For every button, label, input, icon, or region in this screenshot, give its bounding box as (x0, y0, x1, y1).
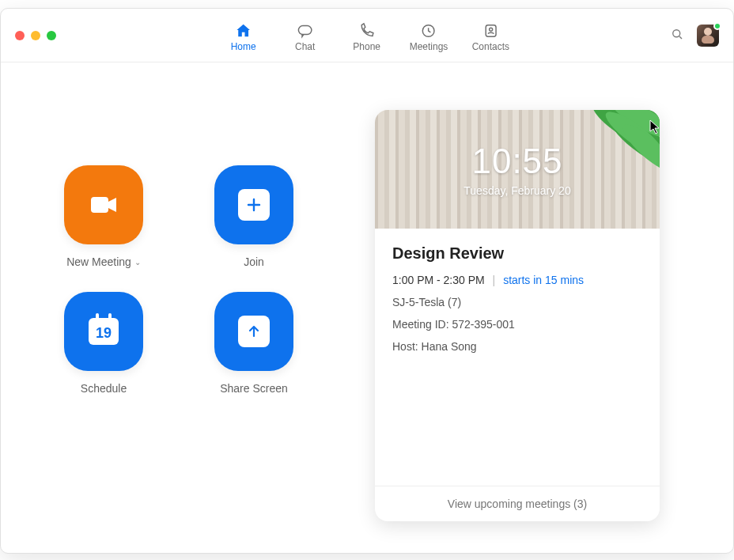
svg-point-8 (603, 110, 660, 172)
svg-point-7 (587, 110, 660, 157)
search-button[interactable] (670, 27, 684, 44)
tab-phone[interactable]: Phone (348, 19, 386, 52)
view-upcoming-button[interactable]: View upcoming meetings (3) (375, 486, 660, 521)
event-starts-in: starts in 15 mins (503, 274, 584, 286)
event-time-range: 1:00 PM - 2:30 PM (392, 274, 485, 286)
join-label: Join (244, 255, 264, 268)
titlebar-right (670, 25, 719, 47)
new-meeting-label: New Meeting (66, 255, 131, 268)
event-details: Design Review 1:00 PM - 2:30 PM | starts… (375, 229, 660, 486)
tab-meetings[interactable]: Meetings (410, 19, 448, 52)
schedule-button[interactable]: 19 (64, 292, 143, 371)
tab-home[interactable]: Home (225, 19, 263, 52)
video-camera-icon (85, 186, 123, 224)
tab-contacts-label: Contacts (472, 41, 509, 52)
view-upcoming-label: View upcoming meetings (3) (448, 498, 587, 510)
share-screen-action: Share Screen (214, 292, 293, 395)
new-meeting-button[interactable] (64, 165, 143, 244)
svg-point-10 (600, 110, 660, 162)
event-location: SJ-5-Tesla (7) (392, 296, 642, 308)
search-icon (670, 27, 684, 41)
main-content: New Meeting ⌄ Join 19 Schedule (1, 62, 733, 553)
titlebar: Home Chat Phone Meetings Contacts (1, 9, 733, 62)
svg-point-6 (595, 110, 660, 140)
home-icon (235, 22, 252, 40)
chat-icon (297, 22, 314, 40)
clock-icon (420, 22, 437, 40)
upcoming-event-card: 10:55 Tuesday, February 20 Design Review… (375, 110, 660, 521)
new-meeting-action: New Meeting ⌄ (64, 165, 143, 268)
tab-phone-label: Phone (353, 41, 380, 52)
contacts-icon (482, 22, 499, 40)
schedule-action: 19 Schedule (64, 292, 143, 395)
clock-time: 10:55 (471, 142, 562, 181)
calendar-panel: 10:55 Tuesday, February 20 Design Review… (349, 110, 686, 521)
app-window: Home Chat Phone Meetings Contacts (0, 8, 734, 554)
presence-indicator (713, 22, 721, 30)
tab-chat-label: Chat (295, 41, 315, 52)
schedule-label: Schedule (81, 382, 127, 395)
quick-actions-grid: New Meeting ⌄ Join 19 Schedule (48, 165, 309, 521)
close-window-button[interactable] (15, 31, 25, 40)
tab-home-label: Home (231, 41, 256, 52)
tab-meetings-label: Meetings (410, 41, 448, 52)
share-arrow-icon (238, 316, 270, 347)
calendar-day-number: 19 (96, 325, 112, 342)
profile-avatar[interactable] (697, 25, 719, 47)
plus-icon (238, 189, 270, 221)
main-nav-tabs: Home Chat Phone Meetings Contacts (225, 9, 510, 62)
tab-chat[interactable]: Chat (286, 19, 324, 52)
new-meeting-dropdown[interactable]: New Meeting ⌄ (66, 255, 141, 268)
svg-point-9 (606, 110, 660, 145)
chevron-down-icon: ⌄ (134, 258, 141, 267)
clock-header: 10:55 Tuesday, February 20 (375, 110, 660, 229)
join-button[interactable] (214, 165, 293, 244)
tab-contacts[interactable]: Contacts (471, 19, 509, 52)
calendar-icon: 19 (89, 318, 119, 345)
event-host: Host: Hana Song (392, 340, 642, 353)
svg-point-4 (673, 29, 680, 36)
phone-icon (358, 22, 376, 40)
separator: | (493, 274, 496, 286)
share-screen-button[interactable] (214, 292, 293, 371)
window-controls (15, 31, 56, 40)
share-screen-label: Share Screen (220, 382, 288, 395)
svg-rect-0 (298, 25, 312, 34)
event-title: Design Review (392, 244, 642, 263)
join-action: Join (214, 165, 293, 268)
fullscreen-window-button[interactable] (47, 31, 56, 40)
leaves-decoration (549, 110, 660, 189)
minimize-window-button[interactable] (31, 31, 40, 40)
svg-point-3 (489, 28, 492, 31)
svg-rect-5 (91, 197, 108, 213)
svg-point-11 (618, 119, 660, 177)
clock-date: Tuesday, February 20 (463, 184, 570, 197)
event-meeting-id: Meeting ID: 572-395-001 (392, 318, 642, 331)
